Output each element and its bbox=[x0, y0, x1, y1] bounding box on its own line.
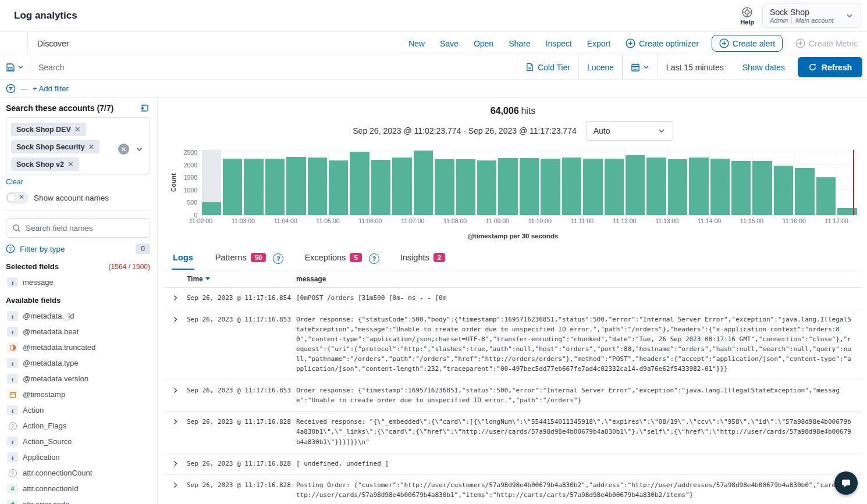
expand-row-button[interactable] bbox=[164, 314, 187, 323]
breadcrumb[interactable]: Discover bbox=[28, 39, 78, 48]
account-tag[interactable]: Sock Shop Security✕ bbox=[11, 140, 100, 153]
datepicker-quick-menu-button[interactable] bbox=[622, 55, 658, 79]
histogram-bar[interactable] bbox=[520, 150, 539, 215]
chevron-right-icon bbox=[172, 460, 179, 467]
histogram-bar[interactable] bbox=[668, 150, 687, 215]
nav-action-inspect[interactable]: Inspect bbox=[546, 39, 572, 48]
histogram-bar[interactable] bbox=[689, 150, 708, 215]
expand-row-button[interactable] bbox=[164, 385, 187, 394]
nav-action-open[interactable]: Open bbox=[474, 39, 493, 48]
histogram-bar[interactable] bbox=[752, 150, 772, 215]
histogram-bar[interactable] bbox=[710, 150, 730, 215]
field-item[interactable]: @metadata.truncated bbox=[6, 339, 150, 355]
time-range-button[interactable]: Last 15 minutes bbox=[658, 55, 732, 79]
histogram-bar[interactable] bbox=[392, 150, 411, 215]
field-item[interactable]: tmessage bbox=[6, 274, 150, 290]
histogram-bar[interactable] bbox=[329, 150, 348, 215]
field-item[interactable]: tAction_Source bbox=[6, 434, 150, 449]
expand-row-button[interactable] bbox=[164, 417, 187, 426]
histogram-bar[interactable] bbox=[456, 150, 475, 215]
histogram-bar[interactable] bbox=[646, 150, 666, 215]
create-metric-button[interactable]: Create Metric bbox=[795, 38, 858, 48]
field-item[interactable]: ?attr.connectionCount bbox=[6, 465, 150, 481]
show-account-names-label: Show account names bbox=[34, 194, 109, 202]
histogram-bar[interactable] bbox=[350, 150, 369, 215]
menu-button[interactable] bbox=[0, 32, 28, 55]
field-item[interactable]: #attr.connectionId bbox=[6, 481, 150, 496]
query-language-button[interactable]: Lucene bbox=[578, 55, 622, 79]
nav-action-save[interactable]: Save bbox=[440, 39, 459, 48]
selected-fields-title: Selected fields bbox=[6, 262, 59, 271]
add-filter-button[interactable]: + Add filter bbox=[33, 84, 69, 93]
histogram-bar[interactable] bbox=[223, 150, 242, 215]
search-input[interactable] bbox=[30, 55, 517, 79]
remove-tag-icon[interactable]: ✕ bbox=[67, 160, 74, 169]
histogram-bar[interactable] bbox=[816, 150, 836, 215]
histogram-bar[interactable] bbox=[244, 150, 263, 215]
histogram-bar[interactable] bbox=[605, 150, 624, 215]
expand-row-button[interactable] bbox=[164, 293, 187, 302]
tab-exceptions[interactable]: Exceptions5 bbox=[303, 248, 363, 270]
remove-tag-icon[interactable]: ✕ bbox=[74, 125, 81, 134]
x-tick-label: 11:11:00 bbox=[571, 217, 594, 224]
nav-action-new[interactable]: New bbox=[408, 39, 425, 48]
histogram-bar[interactable] bbox=[414, 150, 433, 215]
histogram-bar[interactable] bbox=[774, 150, 793, 215]
histogram-bar[interactable] bbox=[286, 150, 305, 215]
histogram-bar[interactable] bbox=[435, 150, 454, 215]
help-circle-icon[interactable]: ? bbox=[273, 253, 283, 264]
help-button[interactable]: Help bbox=[740, 6, 754, 26]
histogram-bar[interactable] bbox=[795, 150, 814, 215]
log-time: Sep 26, 2023 @ 11:17:16.828 bbox=[187, 459, 296, 469]
field-item[interactable]: tApplication bbox=[6, 449, 150, 465]
histogram-bar[interactable] bbox=[371, 150, 390, 215]
field-item[interactable]: ?Action_Flags bbox=[6, 418, 150, 434]
field-item[interactable]: t@metadata.beat bbox=[6, 324, 150, 339]
nav-action-share[interactable]: Share bbox=[509, 39, 530, 48]
field-item[interactable]: t@metadata.type bbox=[6, 355, 150, 371]
histogram-bar[interactable] bbox=[477, 150, 496, 215]
account-tag[interactable]: Sock Shop DEV✕ bbox=[11, 123, 86, 136]
filter-by-type-button[interactable]: Filter by type bbox=[20, 245, 65, 253]
histogram-bar[interactable] bbox=[202, 150, 221, 215]
histogram-bar[interactable] bbox=[541, 150, 560, 215]
tab-label: Patterns bbox=[215, 253, 247, 262]
field-item[interactable]: t@metadata._id bbox=[6, 308, 150, 324]
histogram-bar[interactable] bbox=[583, 150, 602, 215]
expand-row-button[interactable] bbox=[164, 480, 187, 489]
histogram-bar[interactable] bbox=[731, 150, 751, 215]
histogram-bar[interactable] bbox=[626, 150, 645, 215]
x-tick-label: 11:09:00 bbox=[486, 217, 509, 224]
account-selector[interactable]: Sock Shop Admin Main account bbox=[762, 3, 861, 28]
nav-action-export[interactable]: Export bbox=[587, 39, 610, 48]
expand-row-button[interactable] bbox=[164, 459, 187, 467]
field-item[interactable]: @timestamp bbox=[6, 387, 150, 402]
cold-tier-button[interactable]: Cold Tier bbox=[517, 55, 578, 79]
tab-patterns[interactable]: Patterns50 bbox=[214, 248, 268, 270]
interval-select[interactable]: Auto bbox=[586, 121, 673, 141]
chat-button[interactable] bbox=[834, 471, 858, 495]
create-alert-button[interactable]: Create alert bbox=[712, 35, 783, 52]
show-account-names-toggle[interactable]: ✕ bbox=[6, 192, 28, 203]
tab-logs[interactable]: Logs bbox=[172, 248, 194, 270]
help-circle-icon[interactable]: ? bbox=[369, 253, 379, 264]
create-optimizer-button[interactable]: Create optimizer bbox=[626, 38, 699, 48]
account-tag[interactable]: Sock Shop v2✕ bbox=[11, 158, 79, 171]
time-column-header[interactable]: Time bbox=[187, 275, 296, 283]
remove-tag-icon[interactable]: ✕ bbox=[88, 142, 94, 151]
histogram-bar[interactable] bbox=[265, 150, 285, 215]
collapse-sidebar-icon[interactable] bbox=[141, 104, 150, 112]
chevron-down-icon[interactable] bbox=[135, 145, 144, 153]
field-item[interactable]: t@metadata.version bbox=[6, 371, 150, 387]
field-item[interactable]: tAction bbox=[6, 402, 150, 418]
histogram-bar[interactable] bbox=[308, 150, 327, 215]
histogram-bar[interactable] bbox=[562, 150, 581, 215]
clear-accounts-icon[interactable]: ✕ bbox=[118, 144, 129, 155]
histogram-bar[interactable] bbox=[498, 150, 517, 215]
field-item[interactable]: #attr.error.code bbox=[6, 496, 150, 504]
show-dates-button[interactable]: Show dates bbox=[732, 55, 795, 79]
tab-label: Exceptions bbox=[304, 253, 346, 262]
tab-insights[interactable]: Insights2 bbox=[399, 248, 446, 270]
field-search-input[interactable] bbox=[26, 224, 144, 233]
refresh-button[interactable]: Refresh bbox=[798, 57, 862, 77]
